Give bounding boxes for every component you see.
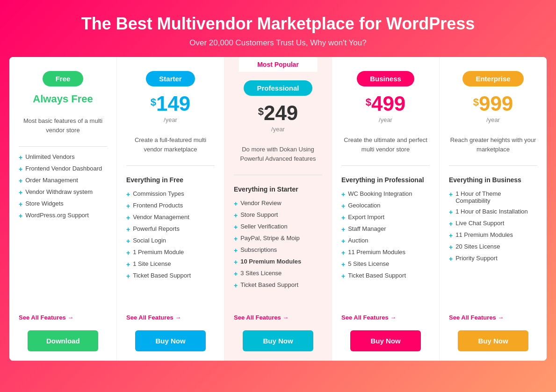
enterprise-section-header: Everything in Business bbox=[449, 176, 537, 184]
starter-buy-button[interactable]: Buy Now bbox=[135, 330, 206, 351]
list-item: +Geolocation bbox=[341, 200, 430, 212]
free-price-label: Always Free bbox=[19, 93, 107, 105]
list-item: +PayPal, Stripe & Moip bbox=[234, 233, 322, 244]
pro-features: +Vendor Review +Store Support +Seller Ve… bbox=[234, 198, 322, 308]
enterprise-card-header: Enterprise $999 /year bbox=[449, 71, 537, 128]
plan-starter: Starter $149 /year Create a full-feature… bbox=[117, 57, 224, 361]
page-title: The Best Multivendor Marketplace for Wor… bbox=[9, 14, 547, 34]
business-price: $499 bbox=[341, 93, 430, 114]
list-item: +11 Premium Modules bbox=[341, 247, 430, 258]
list-item: +5 Sites License bbox=[341, 258, 430, 270]
enterprise-cta-area: Buy Now bbox=[449, 321, 537, 351]
list-item: +Social Login bbox=[126, 235, 215, 247]
list-item: +Export Import bbox=[341, 212, 430, 223]
list-item: +Powerful Reports bbox=[126, 223, 215, 235]
starter-badge: Starter bbox=[146, 71, 195, 86]
pricing-cards: Free Always Free Most basic features of … bbox=[9, 57, 547, 361]
business-features: +WC Booking Integration +Geolocation +Ex… bbox=[341, 188, 430, 308]
business-per-year: /year bbox=[341, 116, 430, 123]
enterprise-buy-button[interactable]: Buy Now bbox=[458, 330, 528, 351]
pro-price: $249 bbox=[234, 103, 322, 123]
list-item: +Subscriptions bbox=[234, 244, 322, 256]
list-item: +Vendor Withdraw system bbox=[19, 186, 107, 198]
business-badge: Business bbox=[357, 71, 414, 86]
list-item: +Priority Support bbox=[449, 253, 537, 264]
free-cta-area: Download bbox=[19, 321, 107, 351]
pro-per-year: /year bbox=[234, 126, 322, 133]
list-item: +10 Premium Modules bbox=[234, 256, 322, 268]
list-item: +1 Hour of Theme Compatibility bbox=[449, 188, 537, 206]
business-cta-area: Buy Now bbox=[341, 321, 430, 351]
list-item: +Auction bbox=[341, 235, 430, 247]
business-see-all[interactable]: See All Features → bbox=[341, 314, 430, 321]
free-card-header: Free Always Free bbox=[19, 71, 107, 109]
starter-card-header: Starter $149 /year bbox=[126, 71, 215, 128]
pro-cta-area: Buy Now bbox=[234, 321, 322, 351]
list-item: +Unlimited Vendors bbox=[19, 151, 107, 163]
starter-section-header: Everything in Free bbox=[126, 176, 215, 184]
list-item: +Ticket Based Support bbox=[126, 270, 215, 282]
enterprise-see-all[interactable]: See All Features → bbox=[449, 314, 537, 321]
list-item: +Staff Manager bbox=[341, 223, 430, 235]
free-see-all[interactable]: See All Features → bbox=[19, 314, 107, 321]
list-item: +Frontend Vendor Dashboard bbox=[19, 163, 107, 175]
list-item: +Store Support bbox=[234, 209, 322, 221]
most-popular-badge: Most Popular bbox=[238, 57, 318, 72]
free-badge: Free bbox=[43, 71, 84, 86]
list-item: +WC Booking Integration bbox=[341, 188, 430, 200]
list-item: +20 Sites License bbox=[449, 241, 537, 253]
list-item: +11 Premium Modules bbox=[449, 229, 537, 241]
list-item: +Store Widgets bbox=[19, 198, 107, 210]
enterprise-per-year: /year bbox=[449, 116, 537, 123]
list-item: +Vendor Review bbox=[234, 198, 322, 209]
pro-section-header: Everything in Starter bbox=[234, 185, 322, 193]
list-item: +1 Site License bbox=[126, 258, 215, 270]
starter-price: $149 bbox=[126, 93, 215, 114]
pro-card-header: Professional $249 /year bbox=[234, 80, 322, 137]
business-card-header: Business $499 /year bbox=[341, 71, 430, 128]
free-description: Most basic features of a multi vendor st… bbox=[19, 116, 107, 135]
enterprise-description: Reach greater heights with your marketpl… bbox=[449, 135, 537, 154]
list-item: +1 Hour of Basic Installation bbox=[449, 206, 537, 218]
enterprise-features: +1 Hour of Theme Compatibility +1 Hour o… bbox=[449, 188, 537, 308]
business-buy-button[interactable]: Buy Now bbox=[350, 330, 421, 351]
list-item: +Frontend Products bbox=[126, 200, 215, 212]
business-description: Create the ultimate and perfect multi ve… bbox=[341, 135, 430, 154]
list-item: +1 Premium Module bbox=[126, 247, 215, 258]
enterprise-price: $999 bbox=[449, 93, 537, 114]
list-item: +Seller Verification bbox=[234, 221, 322, 233]
free-download-button[interactable]: Download bbox=[28, 330, 98, 351]
list-item: +WordPress.org Support bbox=[19, 210, 107, 221]
plan-business: Business $499 /year Create the ultimate … bbox=[332, 57, 440, 361]
plan-free: Free Always Free Most basic features of … bbox=[9, 57, 117, 361]
list-item: +Ticket Based Support bbox=[341, 270, 430, 282]
business-section-header: Everything in Professional bbox=[341, 176, 430, 184]
pro-buy-button[interactable]: Buy Now bbox=[243, 330, 313, 351]
starter-cta-area: Buy Now bbox=[126, 321, 215, 351]
plan-enterprise: Enterprise $999 /year Reach greater heig… bbox=[440, 57, 547, 361]
starter-features: +Commission Types +Frontend Products +Ve… bbox=[126, 188, 215, 308]
starter-see-all[interactable]: See All Features → bbox=[126, 314, 215, 321]
pro-badge: Professional bbox=[244, 80, 312, 96]
starter-description: Create a full-featured multi vendor mark… bbox=[126, 135, 215, 154]
list-item: +3 Sites License bbox=[234, 268, 322, 279]
free-features: +Unlimited Vendors +Frontend Vendor Dash… bbox=[19, 151, 107, 308]
list-item: +Ticket Based Support bbox=[234, 279, 322, 291]
list-item: +Vendor Management bbox=[126, 212, 215, 223]
plan-professional: Professional $249 /year Do more with Dok… bbox=[224, 57, 332, 361]
list-item: +Live Chat Support bbox=[449, 218, 537, 229]
list-item: +Order Management bbox=[19, 175, 107, 186]
enterprise-badge: Enterprise bbox=[462, 71, 523, 86]
pro-see-all[interactable]: See All Features → bbox=[234, 314, 322, 321]
hero-subtitle: Over 20,000 Customers Trust Us, Why won'… bbox=[9, 38, 547, 48]
starter-per-year: /year bbox=[126, 116, 215, 123]
pro-description: Do more with Dokan Using Powerful Advanc… bbox=[234, 145, 322, 163]
list-item: +Commission Types bbox=[126, 188, 215, 200]
